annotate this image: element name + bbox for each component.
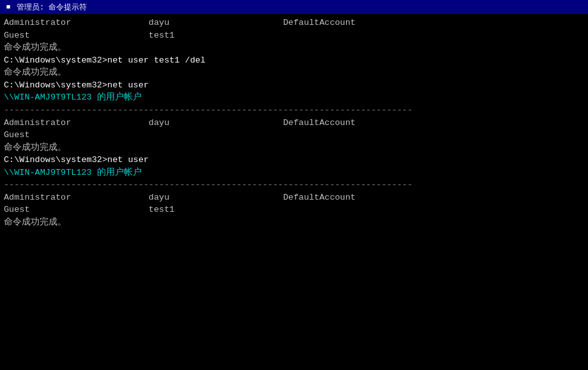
console-line: C:\Windows\system32>net user (4, 79, 584, 92)
title-bar: ■ 管理员: 命令提示符 (0, 0, 588, 14)
console-line: ----------------------------------------… (4, 104, 584, 117)
console-line: Guest test1 (4, 204, 584, 216)
console-body[interactable]: Administrator dayu DefaultAccountGuest t… (0, 14, 588, 370)
console-line: Guest test1 (4, 29, 584, 42)
console-line: \\WIN-AMJ9T9TL123 的用户帐户 (4, 91, 584, 104)
console-line: Administrator dayu DefaultAccount (4, 117, 584, 130)
console-line: ----------------------------------------… (4, 179, 584, 191)
console-line: 命令成功完成。 (4, 142, 584, 154)
title-bar-text: 管理员: 命令提示符 (17, 2, 87, 13)
console-line: Administrator dayu DefaultAccount (4, 17, 584, 29)
title-bar-icon: ■ (4, 3, 13, 11)
console-line: 命令成功完成。 (4, 66, 584, 79)
console-line: C:\Windows\system32>net user (4, 154, 584, 166)
console-line: Guest (4, 129, 584, 142)
console-line: \\WIN-AMJ9T9TL123 的用户帐户 (4, 166, 584, 179)
console-line: 命令成功完成。 (4, 216, 584, 229)
console-line: Administrator dayu DefaultAccount (4, 191, 584, 204)
console-line: 命令成功完成。 (4, 41, 584, 54)
console-line: C:\Windows\system32>net user test1 /del (4, 54, 584, 67)
